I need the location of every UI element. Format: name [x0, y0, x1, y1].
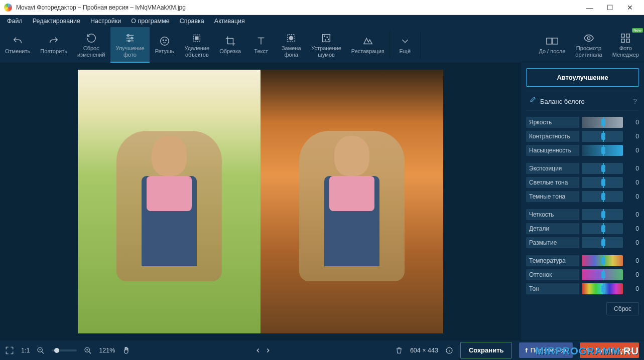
- statusbar: 1:1 121% 604 × 443 Сохранить fПоделиться…: [0, 340, 644, 360]
- undo-button[interactable]: Отменить: [0, 27, 35, 63]
- panel-reset-button[interactable]: Сброс: [606, 302, 639, 315]
- restore-icon: [362, 35, 374, 47]
- eyedropper-icon: [528, 96, 536, 106]
- info-button[interactable]: [445, 346, 453, 354]
- remove-objects-button[interactable]: Удаление объектов: [180, 27, 215, 63]
- canvas-area[interactable]: [0, 63, 521, 340]
- svg-rect-16: [553, 38, 558, 44]
- retouch-button[interactable]: Ретушь: [150, 27, 180, 63]
- face-icon: [159, 35, 171, 47]
- menu-help[interactable]: Справка: [176, 17, 208, 26]
- save-button[interactable]: Сохранить: [460, 342, 512, 358]
- sharpness-slider[interactable]: Четкость0: [526, 208, 639, 221]
- svg-rect-19: [626, 34, 629, 37]
- photo-manager-button[interactable]: New Фото Менеджер: [607, 27, 644, 63]
- svg-rect-7: [196, 37, 199, 40]
- noise-button[interactable]: Устранение шумов: [306, 27, 346, 63]
- zoom-value: 121%: [99, 347, 115, 354]
- contrast-slider[interactable]: Контрастность0: [526, 130, 639, 143]
- delete-button[interactable]: [395, 346, 403, 354]
- redo-button[interactable]: Повторить: [35, 27, 72, 63]
- reset-changes-button[interactable]: Сброс изменений: [72, 27, 110, 63]
- svg-rect-15: [547, 38, 552, 44]
- grid-icon: [619, 32, 631, 44]
- bg-replace-button[interactable]: Замена фона: [276, 27, 306, 63]
- svg-point-5: [165, 40, 166, 41]
- white-balance-row[interactable]: Баланс белого ?: [526, 92, 639, 111]
- next-image-button[interactable]: [265, 347, 272, 354]
- before-after-button[interactable]: До / после: [534, 27, 570, 63]
- crop-button[interactable]: Обрезка: [214, 27, 246, 63]
- zoom-slider[interactable]: [52, 349, 77, 351]
- svg-rect-21: [626, 39, 629, 42]
- details-slider[interactable]: Детали0: [526, 222, 639, 235]
- after-image: [261, 70, 443, 333]
- brightness-slider[interactable]: Яркость0: [526, 116, 639, 129]
- buy-key-button[interactable]: Купить ключ: [580, 342, 639, 358]
- zoom-out-button[interactable]: [37, 346, 45, 354]
- fullscreen-button[interactable]: [5, 346, 14, 355]
- menu-activation[interactable]: Активация: [210, 17, 249, 26]
- text-icon: [255, 35, 267, 47]
- menubar: Файл Редактирование Настройки О программ…: [0, 15, 644, 27]
- svg-point-17: [587, 37, 590, 40]
- share-button[interactable]: fПоделиться: [519, 342, 572, 358]
- eraser-icon: [191, 32, 203, 44]
- svg-point-0: [127, 35, 130, 37]
- svg-point-9: [290, 37, 293, 40]
- blur-slider[interactable]: Размытие0: [526, 236, 639, 249]
- shadows-slider[interactable]: Темные тона0: [526, 190, 639, 203]
- svg-point-13: [325, 40, 325, 40]
- svg-point-3: [160, 37, 169, 46]
- window-title: Movavi Фоторедактор – Пробная версия – I…: [16, 4, 580, 11]
- window-titlebar: Movavi Фоторедактор – Пробная версия – I…: [0, 0, 644, 15]
- auto-enhance-button[interactable]: Автоулучшение: [526, 68, 639, 87]
- undo-icon: [12, 35, 24, 47]
- toolbar: Отменить Повторить Сброс изменений Улучш…: [0, 27, 644, 63]
- sliders-icon: [124, 32, 136, 44]
- restore-button[interactable]: Реставрация: [346, 27, 390, 63]
- before-after-view: [78, 70, 443, 333]
- reset-icon: [85, 32, 97, 44]
- svg-rect-18: [621, 34, 624, 37]
- image-dimensions: 604 × 443: [410, 347, 438, 354]
- enhance-button[interactable]: Улучшение фото: [110, 27, 149, 63]
- compare-icon: [546, 35, 558, 47]
- svg-rect-10: [323, 35, 330, 42]
- crop-icon: [224, 35, 236, 47]
- svg-point-11: [324, 36, 325, 37]
- new-badge: New: [632, 28, 643, 33]
- adjustments-panel: Автоулучшение Баланс белого ? Яркость0 К…: [521, 63, 644, 340]
- app-icon: [4, 4, 12, 12]
- bg-icon: [285, 32, 297, 44]
- svg-point-25: [586, 347, 589, 350]
- saturation-slider[interactable]: Насыщенность0: [526, 144, 639, 157]
- svg-point-1: [131, 38, 133, 40]
- menu-file[interactable]: Файл: [3, 17, 27, 26]
- eye-icon: [583, 32, 595, 44]
- temperature-slider[interactable]: Температура0: [526, 254, 639, 267]
- text-button[interactable]: Текст: [246, 27, 276, 63]
- hand-tool-button[interactable]: [122, 346, 131, 355]
- more-button[interactable]: Ещё: [390, 27, 420, 63]
- prev-image-button[interactable]: [254, 347, 262, 354]
- highlights-slider[interactable]: Светлые тона0: [526, 176, 639, 189]
- close-button[interactable]: ✕: [620, 1, 640, 15]
- help-icon[interactable]: ?: [633, 97, 637, 105]
- svg-point-2: [128, 40, 130, 42]
- actual-size-button[interactable]: 1:1: [21, 347, 30, 354]
- exposure-slider[interactable]: Экспозиция0: [526, 162, 639, 175]
- view-original-button[interactable]: Просмотр оригинала: [570, 27, 607, 63]
- menu-edit[interactable]: Редактирование: [29, 17, 84, 26]
- zoom-in-button[interactable]: [84, 346, 92, 354]
- menu-about[interactable]: О программе: [127, 17, 173, 26]
- noise-icon: [320, 32, 332, 44]
- minimize-button[interactable]: —: [580, 1, 600, 15]
- tint-slider[interactable]: Оттенок0: [526, 268, 639, 281]
- svg-rect-20: [621, 39, 624, 42]
- svg-point-14: [328, 39, 329, 40]
- hue-slider[interactable]: Тон0: [526, 282, 639, 295]
- menu-settings[interactable]: Настройки: [86, 17, 125, 26]
- svg-point-12: [327, 37, 327, 38]
- maximize-button[interactable]: ☐: [600, 1, 620, 15]
